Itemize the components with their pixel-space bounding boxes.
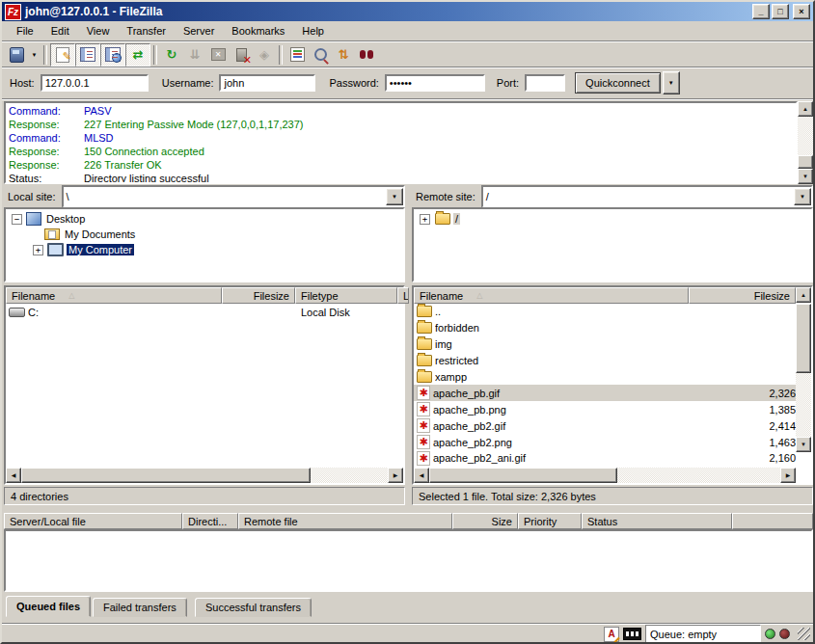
tab-successful-transfers[interactable]: Successful transfers bbox=[195, 598, 312, 617]
title-bar: Fz john@127.0.0.1 - FileZilla _ □ × bbox=[2, 2, 813, 21]
reconnect-button[interactable]: ◈ bbox=[253, 44, 276, 66]
queue-column-size[interactable]: Size bbox=[452, 513, 518, 529]
scroll-left-button[interactable]: ◀ bbox=[6, 468, 21, 483]
quickconnect-dropdown-button[interactable]: ▼ bbox=[663, 71, 680, 94]
chevron-down-icon[interactable]: ▼ bbox=[794, 188, 811, 205]
expand-expander-icon[interactable]: + bbox=[420, 214, 430, 225]
menu-help[interactable]: Help bbox=[293, 23, 333, 39]
local-column-filename[interactable]: Filename △ bbox=[6, 287, 222, 304]
file-row[interactable]: .. bbox=[414, 303, 796, 319]
toggle-remote-tree-button[interactable] bbox=[100, 43, 125, 67]
queue-column-status[interactable]: Status bbox=[582, 513, 732, 529]
file-row[interactable]: xampp bbox=[414, 368, 796, 385]
file-row-local-c-drive[interactable]: C: Local Disk bbox=[6, 304, 403, 320]
local-column-last-modified[interactable]: L bbox=[397, 287, 409, 304]
scroll-down-button[interactable]: ▼ bbox=[798, 169, 813, 184]
tree-item-desktop[interactable]: − Desktop bbox=[6, 211, 403, 227]
cancel-operation-button[interactable]: ✕ bbox=[206, 44, 230, 66]
disconnect-button[interactable]: ✕ bbox=[230, 44, 253, 66]
scroll-down-button[interactable]: ▼ bbox=[796, 437, 811, 452]
menu-file[interactable]: File bbox=[8, 23, 42, 39]
password-input[interactable] bbox=[385, 74, 485, 92]
my-computer-icon bbox=[47, 243, 64, 256]
site-manager-dropdown-button[interactable]: ▼ bbox=[28, 44, 41, 66]
file-row[interactable]: restricted bbox=[414, 352, 796, 368]
file-row[interactable]: apache_pb.png1,385 bbox=[414, 401, 796, 417]
remote-tree-icon bbox=[105, 47, 121, 62]
queue-column-remote-file[interactable]: Remote file bbox=[238, 513, 452, 529]
refresh-button[interactable]: ↻ bbox=[160, 44, 183, 66]
toggle-local-tree-button[interactable] bbox=[75, 43, 100, 67]
directory-comparison-button[interactable]: ⇅ bbox=[332, 44, 355, 66]
site-manager-button[interactable] bbox=[5, 44, 28, 66]
toggle-message-log-button[interactable]: ✎ bbox=[50, 43, 75, 67]
remote-site-label: Remote site: bbox=[416, 191, 475, 202]
host-input[interactable] bbox=[41, 74, 149, 92]
port-input[interactable] bbox=[525, 74, 565, 92]
local-site-combobox[interactable]: \ ▼ bbox=[62, 185, 405, 208]
scroll-right-button[interactable]: ▶ bbox=[388, 468, 403, 483]
menu-bookmarks[interactable]: Bookmarks bbox=[223, 23, 293, 39]
scroll-thumb[interactable] bbox=[429, 468, 617, 483]
scroll-left-button[interactable]: ◀ bbox=[414, 468, 429, 483]
local-column-filesize[interactable]: Filesize bbox=[222, 287, 295, 304]
file-row-selected[interactable]: apache_pb.gif2,326 bbox=[414, 385, 796, 401]
remote-horizontal-scrollbar[interactable]: ◀ ▶ bbox=[414, 468, 796, 483]
queue-column-direction[interactable]: Directi... bbox=[182, 513, 238, 529]
scroll-track[interactable] bbox=[311, 468, 388, 483]
minimize-button[interactable]: _ bbox=[752, 4, 770, 19]
folder-icon bbox=[417, 371, 432, 383]
collapse-expander-icon[interactable]: − bbox=[12, 214, 22, 225]
menu-edit[interactable]: Edit bbox=[42, 23, 78, 39]
menu-transfer[interactable]: Transfer bbox=[118, 23, 175, 39]
file-search-button[interactable] bbox=[309, 44, 332, 66]
remote-column-filesize[interactable]: Filesize bbox=[689, 287, 796, 304]
scroll-right-button[interactable]: ▶ bbox=[780, 468, 796, 483]
chevron-down-icon[interactable]: ▼ bbox=[386, 188, 403, 205]
username-input[interactable] bbox=[219, 74, 315, 92]
message-log[interactable]: Command:PASV Response:227 Entering Passi… bbox=[4, 101, 798, 184]
file-row[interactable]: apache_pb2_ani.gif2,160 bbox=[414, 450, 796, 466]
quickconnect-button[interactable]: Quickconnect bbox=[575, 72, 661, 94]
tree-item-my-computer[interactable]: + My Computer bbox=[6, 242, 403, 257]
scroll-up-button[interactable]: ▲ bbox=[798, 101, 813, 117]
scroll-track[interactable] bbox=[796, 373, 811, 437]
tab-queued-files[interactable]: Queued files bbox=[6, 596, 91, 617]
magnifier-icon bbox=[314, 48, 327, 61]
local-horizontal-scrollbar[interactable]: ◀ ▶ bbox=[6, 468, 403, 483]
find-files-button[interactable] bbox=[355, 44, 378, 66]
remote-site-combobox[interactable]: / ▼ bbox=[481, 185, 813, 208]
close-button[interactable]: × bbox=[793, 4, 810, 19]
file-row[interactable]: apache_pb2.png1,463 bbox=[414, 434, 796, 450]
remote-vertical-scrollbar[interactable]: ▲ ▼ bbox=[796, 287, 811, 468]
scroll-thumb[interactable] bbox=[21, 468, 311, 483]
scroll-thumb[interactable] bbox=[798, 155, 813, 169]
log-line: Response:227 Entering Passive Mode (127,… bbox=[6, 118, 796, 131]
local-column-filetype[interactable]: Filetype bbox=[295, 287, 397, 304]
queue-body[interactable] bbox=[4, 529, 813, 592]
scroll-thumb[interactable] bbox=[796, 304, 811, 373]
scroll-track[interactable] bbox=[617, 468, 780, 483]
queue-column-priority[interactable]: Priority bbox=[518, 513, 582, 529]
tab-failed-transfers[interactable]: Failed transfers bbox=[93, 598, 187, 617]
remote-column-filename[interactable]: Filename △ bbox=[414, 287, 689, 304]
scroll-up-button[interactable]: ▲ bbox=[796, 287, 811, 303]
resize-grip[interactable] bbox=[798, 628, 810, 640]
username-label: Username: bbox=[162, 77, 214, 89]
maximize-button[interactable]: □ bbox=[772, 4, 789, 19]
tree-item-my-documents[interactable]: My Documents bbox=[6, 227, 403, 242]
queue-column-server-local-file[interactable]: Server/Local file bbox=[4, 513, 182, 529]
toggle-transfer-queue-button[interactable]: ⇄ bbox=[125, 43, 150, 67]
directory-listing-filters-button[interactable] bbox=[285, 44, 309, 66]
tree-item-root[interactable]: + / bbox=[414, 211, 811, 227]
file-row[interactable]: apache_pb2.gif2,414 bbox=[414, 417, 796, 434]
process-queue-button[interactable]: ⇊ bbox=[183, 44, 206, 66]
menu-bar: File Edit View Transfer Server Bookmarks… bbox=[2, 21, 813, 41]
log-scrollbar[interactable]: ▲ ▼ bbox=[798, 101, 813, 184]
menu-view[interactable]: View bbox=[78, 23, 119, 39]
file-row[interactable]: img bbox=[414, 335, 796, 352]
expand-expander-icon[interactable]: + bbox=[33, 245, 43, 255]
remote-status-text: Selected 1 file. Total size: 2,326 bytes bbox=[412, 487, 813, 505]
file-row[interactable]: forbidden bbox=[414, 319, 796, 335]
menu-server[interactable]: Server bbox=[175, 23, 223, 39]
